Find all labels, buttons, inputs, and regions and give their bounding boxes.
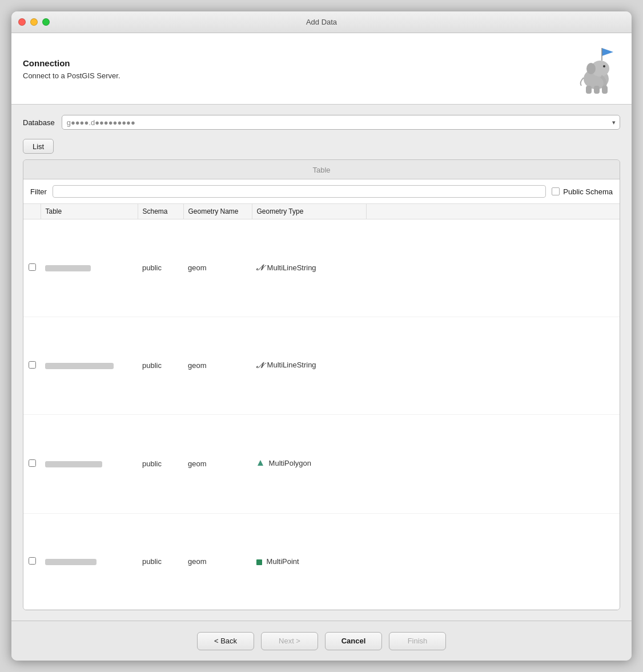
row-table-name <box>41 514 138 610</box>
table-panel-header: Table <box>23 160 620 179</box>
row-table-name <box>41 317 138 414</box>
row-checkbox[interactable] <box>29 557 36 565</box>
row-schema: public <box>138 219 183 317</box>
elephant-svg <box>569 43 620 95</box>
row-geom-type: 𝒩 MultiLineString <box>252 317 366 414</box>
table-row[interactable]: public geom MultiPoint <box>23 514 620 610</box>
main-content: Database g●●●●.d●●●●●●●●● ▾ List Table F… <box>11 105 632 621</box>
public-schema-label: Public Schema <box>563 187 613 196</box>
row-schema: public <box>138 317 183 414</box>
row-extra <box>366 219 620 317</box>
database-select-wrapper: g●●●●.d●●●●●●●●● ▾ <box>62 115 620 130</box>
cancel-button[interactable]: Cancel <box>325 632 382 650</box>
svg-rect-8 <box>602 86 608 94</box>
title-bar: Add Data <box>11 11 632 33</box>
svg-marker-0 <box>602 48 613 56</box>
multilinestring-icon: 𝒩 <box>256 361 263 370</box>
multipolygon-icon <box>256 459 264 469</box>
header-subtitle: Connect to a PostGIS Server. <box>23 71 120 80</box>
header-text: Connection Connect to a PostGIS Server. <box>23 58 120 80</box>
header-section: Connection Connect to a PostGIS Server. <box>11 33 632 105</box>
close-button[interactable] <box>18 18 26 26</box>
database-row: Database g●●●●.d●●●●●●●●● ▾ <box>23 115 620 130</box>
filter-label: Filter <box>30 187 47 196</box>
finish-button[interactable]: Finish <box>389 632 446 650</box>
filter-row: Filter Public Schema <box>23 179 620 204</box>
next-button[interactable]: Next > <box>261 632 318 650</box>
table-panel-body: Filter Public Schema Table Schema <box>23 179 620 610</box>
multipoint-icon <box>256 558 262 566</box>
row-geom-type: MultiPolygon <box>252 414 366 514</box>
public-schema-group: Public Schema <box>552 187 613 196</box>
table-row[interactable]: public geom 𝒩 MultiLineString <box>23 219 620 317</box>
row-geom-type: 𝒩 MultiLineString <box>252 219 366 317</box>
row-checkbox-cell <box>23 514 41 610</box>
public-schema-checkbox[interactable] <box>552 187 560 195</box>
col-header-check <box>23 204 41 219</box>
window-title: Add Data <box>306 18 337 26</box>
col-header-schema: Schema <box>138 204 183 219</box>
multilinestring-icon: 𝒩 <box>256 263 263 273</box>
svg-point-4 <box>603 65 605 67</box>
table-body: public geom 𝒩 MultiLineString public geo… <box>23 219 620 610</box>
col-header-extra <box>366 204 620 219</box>
svg-rect-7 <box>594 86 600 94</box>
table-row[interactable]: public geom 𝒩 MultiLineString <box>23 317 620 414</box>
svg-point-5 <box>586 63 596 74</box>
footer: < Back Next > Cancel Finish <box>11 621 632 661</box>
row-checkbox-cell <box>23 317 41 414</box>
data-table: Table Schema Geometry Name Geometry Type… <box>23 204 620 610</box>
row-schema: public <box>138 414 183 514</box>
database-select[interactable]: g●●●●.d●●●●●●●●● <box>62 115 620 130</box>
row-checkbox-cell <box>23 414 41 514</box>
row-table-name <box>41 414 138 514</box>
header-title: Connection <box>23 58 120 68</box>
svg-rect-6 <box>586 86 592 94</box>
minimize-button[interactable] <box>30 18 38 26</box>
database-label: Database <box>23 118 55 127</box>
list-button[interactable]: List <box>23 139 54 154</box>
row-extra <box>366 317 620 414</box>
row-table-name <box>41 219 138 317</box>
filter-input[interactable] <box>53 185 546 198</box>
row-checkbox[interactable] <box>29 459 36 467</box>
table-panel: Table Filter Public Schema <box>23 159 620 610</box>
postgis-elephant-icon <box>569 43 620 95</box>
row-geom-name: geom <box>183 414 252 514</box>
table-header-row: Table Schema Geometry Name Geometry Type <box>23 204 620 219</box>
row-geom-name: geom <box>183 514 252 610</box>
row-checkbox[interactable] <box>29 263 36 271</box>
svg-marker-9 <box>258 460 263 466</box>
col-header-geomname: Geometry Name <box>183 204 252 219</box>
row-schema: public <box>138 514 183 610</box>
maximize-button[interactable] <box>42 18 50 26</box>
row-checkbox-cell <box>23 219 41 317</box>
row-extra <box>366 414 620 514</box>
col-header-geomtype: Geometry Type <box>252 204 366 219</box>
table-row[interactable]: public geom MultiPolygon <box>23 414 620 514</box>
main-window: Add Data Connection Connect to a PostGIS… <box>11 11 632 661</box>
row-checkbox[interactable] <box>29 361 36 369</box>
back-button[interactable]: < Back <box>197 632 254 650</box>
row-geom-type: MultiPoint <box>252 514 366 610</box>
row-geom-name: geom <box>183 317 252 414</box>
window-controls <box>18 18 50 26</box>
row-geom-name: geom <box>183 219 252 317</box>
col-header-table: Table <box>41 204 138 219</box>
row-extra <box>366 514 620 610</box>
